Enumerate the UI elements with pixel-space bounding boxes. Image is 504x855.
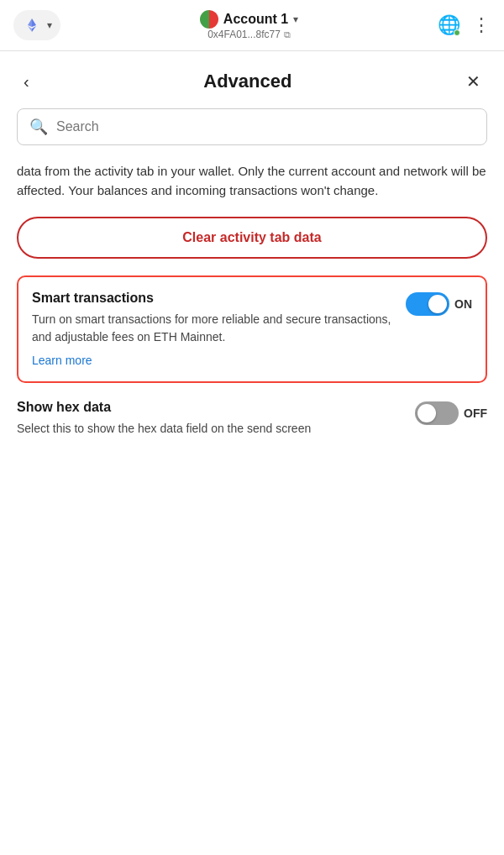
smart-transactions-content: Smart transactions Turn on smart transac… (32, 291, 396, 368)
smart-transactions-row: Smart transactions Turn on smart transac… (32, 291, 472, 368)
account-address-row: 0x4FA01...8fc77 ⧉ (207, 29, 291, 40)
smart-transactions-toggle-thumb (428, 295, 447, 313)
nav-right-actions: 🌐 ⋮ (438, 14, 491, 36)
close-button[interactable]: ✕ (459, 68, 487, 95)
smart-transactions-toggle-container: ON (406, 291, 472, 316)
smart-transactions-section: Smart transactions Turn on smart transac… (17, 275, 487, 383)
account-row[interactable]: Account 1 ▾ (200, 10, 298, 29)
ethereum-icon (22, 15, 42, 35)
network-status-dot (454, 29, 460, 36)
page-header: ‹ Advanced ✕ (0, 51, 504, 108)
show-hex-data-toggle[interactable] (415, 401, 459, 425)
activity-description-text: data from the activity tab in your walle… (17, 162, 487, 200)
copy-address-icon[interactable]: ⧉ (284, 29, 291, 40)
main-content: data from the activity tab in your walle… (0, 162, 504, 461)
smart-transactions-title: Smart transactions (32, 291, 396, 306)
show-hex-data-toggle-label: OFF (464, 407, 487, 420)
smart-transactions-toggle-label: ON (454, 297, 472, 311)
network-selector[interactable]: ▾ (13, 10, 60, 40)
account-address-text: 0x4FA01...8fc77 (207, 29, 281, 40)
clear-activity-button[interactable]: Clear activity tab data (17, 217, 487, 259)
learn-more-link[interactable]: Learn more (32, 354, 92, 367)
show-hex-data-section: Show hex data Select this to show the he… (17, 400, 487, 461)
network-globe-button[interactable]: 🌐 (438, 14, 460, 36)
show-hex-data-toggle-container: OFF (415, 400, 487, 425)
account-info: Account 1 ▾ 0x4FA01...8fc77 ⧉ (200, 10, 298, 40)
search-box: 🔍 (17, 108, 487, 145)
show-hex-data-content: Show hex data Select this to show the he… (17, 400, 405, 444)
search-icon: 🔍 (29, 118, 48, 136)
search-input[interactable] (56, 119, 475, 134)
chevron-down-icon: ▾ (47, 19, 52, 31)
show-hex-data-row: Show hex data Select this to show the he… (17, 400, 487, 444)
page-title: Advanced (203, 71, 291, 92)
account-avatar (200, 10, 218, 29)
show-hex-data-description: Select this to show the hex data field o… (17, 420, 405, 438)
top-navigation: ▾ Account 1 ▾ 0x4FA01...8fc77 ⧉ 🌐 ⋮ (0, 0, 504, 51)
show-hex-data-title: Show hex data (17, 400, 405, 415)
back-button[interactable]: ‹ (17, 69, 36, 95)
search-container: 🔍 (17, 108, 487, 145)
more-options-icon[interactable]: ⋮ (472, 14, 491, 36)
account-name: Account 1 (223, 12, 288, 27)
account-chevron-icon: ▾ (293, 13, 298, 25)
smart-transactions-toggle[interactable] (406, 292, 449, 316)
show-hex-data-toggle-thumb (417, 404, 436, 422)
smart-transactions-description: Turn on smart transactions for more reli… (32, 311, 396, 346)
